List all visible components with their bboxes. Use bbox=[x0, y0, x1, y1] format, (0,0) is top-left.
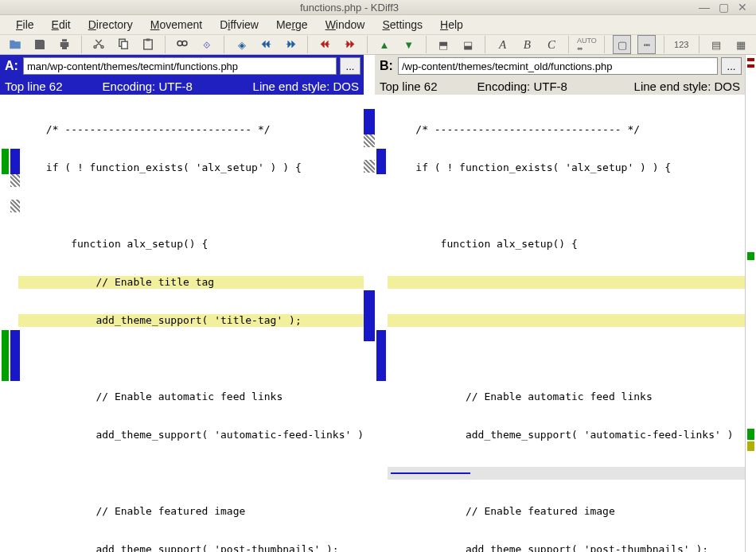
pane-b-lines: /* ------------------------------ */ if … bbox=[388, 95, 745, 552]
diff-content: A: ... Top line 62 Encoding: UTF-8 Line … bbox=[0, 55, 756, 552]
minimize-icon[interactable]: — bbox=[696, 0, 713, 14]
toggle-bottom-icon[interactable]: ⬓ bbox=[459, 35, 477, 54]
line-numbers-button[interactable]: 123 bbox=[672, 35, 691, 54]
code-line bbox=[388, 352, 745, 365]
menu-settings[interactable]: Settings bbox=[374, 15, 431, 34]
pane-a-topline: Top line 62 bbox=[5, 80, 63, 93]
menu-window[interactable]: Window bbox=[318, 15, 373, 34]
menu-file[interactable]: File bbox=[8, 15, 42, 34]
pane-b-path-input[interactable] bbox=[398, 57, 718, 75]
pane-a-lineend: Line end style: DOS bbox=[253, 80, 359, 93]
svg-rect-2 bbox=[143, 40, 152, 49]
next-diff-icon[interactable]: ⯮ bbox=[282, 35, 300, 54]
cut-icon[interactable] bbox=[90, 35, 108, 54]
pane-a-browse-button[interactable]: ... bbox=[340, 57, 360, 75]
code-line: add_theme_support( 'automatic-feed-links… bbox=[18, 429, 364, 441]
view1-icon[interactable]: ▢ bbox=[613, 35, 631, 54]
code-line: if ( ! function_exists( 'alx_setup' ) ) … bbox=[388, 161, 745, 174]
select-b-button[interactable]: B bbox=[518, 35, 536, 54]
pane-b-header: B: ... bbox=[375, 55, 745, 77]
code-line: function alx_setup() { bbox=[18, 238, 364, 251]
window-title: functions.php - KDiff3 bbox=[300, 2, 399, 14]
pane-gap bbox=[364, 55, 375, 552]
code-line: // Enable automatic feed links bbox=[18, 391, 364, 403]
pane-b: B: ... Top line 62 Encoding: UTF-8 Line … bbox=[375, 55, 745, 552]
code-line bbox=[388, 467, 745, 480]
menubar: File Edit Directory Movement Diffview Me… bbox=[0, 15, 756, 34]
pane-a-encoding: Encoding: UTF-8 bbox=[63, 80, 253, 93]
pane-a-changebar bbox=[9, 95, 18, 552]
down-merge-icon[interactable]: ▼ bbox=[399, 35, 418, 54]
pane-b-browse-button[interactable]: ... bbox=[721, 57, 742, 75]
pane-a-status: Top line 62 Encoding: UTF-8 Line end sty… bbox=[0, 77, 364, 95]
pane-b-encoding: Encoding: UTF-8 bbox=[438, 80, 634, 93]
diff-mode2-icon[interactable]: ▦ bbox=[731, 35, 750, 54]
code-line: add_theme_support( 'post-thumbnails' ); bbox=[18, 543, 364, 552]
pane-b-label: B: bbox=[378, 59, 395, 73]
pane-a-lines: /* ------------------------------ */ if … bbox=[18, 95, 364, 552]
next-conflict-icon[interactable]: ⯮ bbox=[341, 35, 359, 54]
up-merge-icon[interactable]: ▲ bbox=[376, 35, 394, 54]
menu-directory[interactable]: Directory bbox=[80, 15, 141, 34]
pane-b-topline: Top line 62 bbox=[380, 80, 438, 93]
code-line: if ( ! function_exists( 'alx_setup' ) ) … bbox=[18, 161, 364, 174]
pane-b-changebar bbox=[375, 95, 388, 552]
pane-a-path-input[interactable] bbox=[23, 57, 337, 75]
copy-icon[interactable] bbox=[115, 35, 133, 54]
pane-a: A: ... Top line 62 Encoding: UTF-8 Line … bbox=[0, 55, 364, 552]
code-line: /* ------------------------------ */ bbox=[388, 123, 745, 136]
pane-a-gutter bbox=[0, 95, 9, 552]
save-icon[interactable] bbox=[31, 35, 49, 54]
code-line bbox=[388, 314, 745, 327]
menu-merge[interactable]: Merge bbox=[268, 15, 316, 34]
menu-help[interactable]: Help bbox=[432, 15, 471, 34]
toolbar: ⟐ ◈ ⯬ ⯮ ⯬ ⯮ ▲ ▼ ⬒ ⬓ A B C AUTO⬌ ▢ ┅ 123 … bbox=[0, 34, 756, 55]
view2-icon[interactable]: ┅ bbox=[637, 35, 656, 54]
code-line: // Enable automatic feed links bbox=[388, 391, 745, 403]
pane-b-lineend: Line end style: DOS bbox=[634, 80, 740, 93]
code-line: /* ------------------------------ */ bbox=[18, 123, 364, 136]
auto-icon[interactable]: AUTO⬌ bbox=[577, 35, 596, 54]
find-icon[interactable] bbox=[173, 35, 192, 54]
menu-edit[interactable]: Edit bbox=[44, 15, 79, 34]
pane-a-label: A: bbox=[3, 59, 20, 73]
code-line bbox=[18, 467, 364, 480]
svg-rect-1 bbox=[122, 41, 128, 49]
code-line: // Enable featured image bbox=[388, 505, 745, 518]
toggle-top-icon[interactable]: ⬒ bbox=[435, 35, 453, 54]
prev-conflict-icon[interactable]: ⯬ bbox=[316, 35, 334, 54]
code-line: add_theme_support( 'title-tag' ); bbox=[18, 314, 364, 327]
menu-diffview[interactable]: Diffview bbox=[212, 15, 267, 34]
code-line bbox=[18, 200, 364, 212]
code-line: function alx_setup() { bbox=[388, 238, 745, 251]
goto-icon[interactable]: ⟐ bbox=[198, 35, 216, 54]
diff-mode1-icon[interactable]: ▤ bbox=[707, 35, 726, 54]
open-icon[interactable] bbox=[6, 35, 25, 54]
print-icon[interactable] bbox=[55, 35, 73, 54]
svg-point-5 bbox=[182, 41, 187, 46]
code-line bbox=[388, 276, 745, 289]
close-icon[interactable]: ✕ bbox=[734, 0, 751, 14]
diamond-nav-icon[interactable]: ◈ bbox=[232, 35, 251, 54]
pane-a-header: A: ... bbox=[0, 55, 364, 77]
select-a-button[interactable]: A bbox=[493, 35, 512, 54]
code-line: add_theme_support( 'automatic-feed-links… bbox=[388, 429, 745, 441]
code-line: // Enable featured image bbox=[18, 505, 364, 518]
code-line bbox=[388, 200, 745, 212]
svg-point-4 bbox=[177, 41, 182, 46]
code-line: // Enable title tag bbox=[18, 276, 364, 289]
code-line bbox=[18, 352, 364, 365]
pane-a-code[interactable]: /* ------------------------------ */ if … bbox=[0, 95, 364, 552]
code-line: add_theme_support( 'post-thumbnails' ); bbox=[388, 543, 745, 552]
overview-ruler[interactable] bbox=[745, 55, 756, 552]
pane-b-code[interactable]: /* ------------------------------ */ if … bbox=[375, 95, 745, 552]
pane-b-status: Top line 62 Encoding: UTF-8 Line end sty… bbox=[375, 77, 745, 95]
select-c-button[interactable]: C bbox=[543, 35, 561, 54]
menu-movement[interactable]: Movement bbox=[142, 15, 210, 34]
window-titlebar: functions.php - KDiff3 — ▢ ✕ bbox=[0, 0, 756, 15]
svg-rect-3 bbox=[146, 39, 150, 41]
prev-diff-icon[interactable]: ⯬ bbox=[257, 35, 275, 54]
paste-icon[interactable] bbox=[138, 35, 157, 54]
maximize-icon[interactable]: ▢ bbox=[715, 0, 732, 14]
